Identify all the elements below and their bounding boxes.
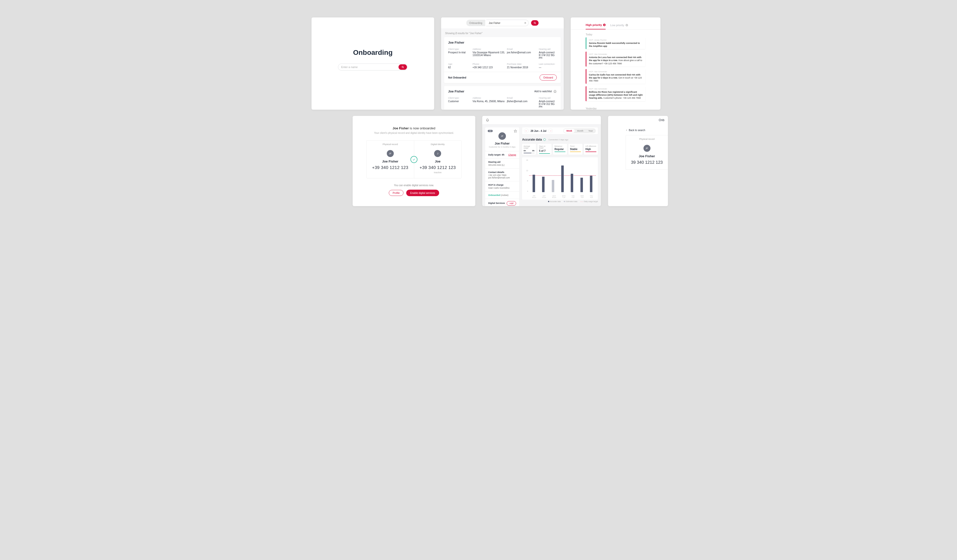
- date-range-bar: ← 28 Jun - 4 Jul → Week Month Year: [522, 127, 598, 134]
- svg-line-1: [403, 67, 403, 68]
- svg-point-0: [402, 66, 403, 68]
- back-link[interactable]: Back to search: [608, 125, 668, 132]
- customer-sidebar: HD JF Joe Fisher Customer for 2 months 6…: [485, 127, 519, 206]
- avatar: JF: [643, 145, 651, 152]
- svg-marker-5: [514, 129, 517, 133]
- change-target-link[interactable]: Change: [508, 153, 516, 156]
- avatar: J: [434, 150, 441, 157]
- hd-chip: HD: [488, 130, 493, 132]
- svg-point-2: [534, 22, 535, 24]
- tab-high-priority[interactable]: High priority5: [586, 24, 606, 29]
- page-title-partial: Onb: [608, 116, 668, 125]
- usage-chart: 161284 FRI28 junSAT29 junSUN30 junMON1 j…: [522, 157, 598, 200]
- contact-row: Contact details +39 123 456 7890 joe.fis…: [485, 169, 519, 181]
- star-icon[interactable]: [514, 129, 517, 134]
- seg-year[interactable]: Year: [586, 129, 595, 133]
- star-icon[interactable]: [553, 90, 557, 93]
- notifications-panel: High priority5 Low priority2 Today HCP: …: [571, 17, 660, 110]
- daily-target-row: Daily target: 8h Change: [485, 151, 519, 158]
- result-card: Joe Fisher Client type:Prospect In-trial…: [444, 37, 561, 83]
- search-input[interactable]: Enter a name: [338, 63, 408, 71]
- search-button[interactable]: [398, 64, 407, 70]
- tab-low-priority[interactable]: Low priority2: [610, 24, 628, 29]
- enable-services-button[interactable]: Enable digital services: [406, 190, 439, 196]
- clear-icon[interactable]: ✕: [524, 21, 526, 25]
- search-input[interactable]: Joe Fisher ✕: [486, 20, 529, 26]
- back-to-search-panel: Onb Back to search Physical record JF Jo…: [608, 116, 668, 206]
- digital-identity-col: Digital identity J Joe +39 340 1212 123 …: [414, 140, 461, 178]
- digital-services-row: Digital Services Add: [485, 199, 519, 206]
- add-service-button[interactable]: Add: [507, 201, 516, 206]
- hcp-row: HCP in chargeGian Carlo Gozzelino: [485, 181, 519, 191]
- prev-arrow-icon[interactable]: ←: [524, 129, 529, 133]
- accuracy-header: Accurate data Connected 2 days ago: [522, 138, 598, 141]
- kpi-average-usage: Average usage 6h8h: [522, 144, 536, 155]
- onboarded-confirm-panel: Joe Fisher is now onboarded Your client'…: [353, 116, 475, 206]
- notification[interactable]: HCP: Jonas FischerSerena Rossini Naldi s…: [586, 37, 646, 49]
- notification[interactable]: HCP: Van SchneiderBellissa De Rizzo has …: [586, 86, 646, 101]
- seg-week[interactable]: Week: [564, 129, 575, 133]
- search-results-panel: Onboarding Joe Fisher ✕ Showing 2 result…: [441, 17, 564, 110]
- add-watchlist-link[interactable]: Add to watchlist: [534, 90, 552, 93]
- hearing-aid-row: Hearing aidXE1234-mini (L): [485, 158, 519, 169]
- physical-record-col: Physical record JF Joe Fisher 39 340 121…: [625, 135, 668, 170]
- onboard-status: Not Onboarded: [448, 76, 466, 79]
- notification[interactable]: HCP: Van SchneiderAntonia De Luca has no…: [586, 52, 646, 66]
- seg-month[interactable]: Month: [575, 129, 586, 133]
- confirm-title: Joe Fisher is now onboarded: [353, 126, 475, 130]
- kpi-days-on-target: Days on target5 of 7: [538, 144, 551, 155]
- status-row: Onboarded (Active): [485, 191, 519, 199]
- chart-legend: Accurate data Estimated data - - -Daily …: [522, 200, 598, 202]
- kpi-behaviour: BehaviourRegular: [553, 144, 567, 155]
- topbar: Onboarding Joe Fisher ✕: [441, 17, 564, 28]
- period-segmented[interactable]: Week Month Year: [563, 128, 596, 133]
- notification[interactable]: HCP: Van SchneiderCarina De Gallo has no…: [586, 69, 646, 84]
- kpi-trend: TrendStable: [569, 144, 583, 155]
- page-title: Onboarding: [311, 49, 434, 57]
- result-card: Joe Fisher Add to watchlist Client type:…: [444, 86, 561, 110]
- bell-icon[interactable]: [486, 118, 489, 122]
- sync-icon: [543, 138, 546, 141]
- avatar: JF: [498, 133, 506, 140]
- scope-chip[interactable]: Onboarding: [466, 20, 485, 26]
- physical-record-col: Physical record JF Joe Fisher +39 340 12…: [366, 140, 414, 178]
- next-arrow-icon[interactable]: →: [548, 129, 553, 133]
- onboarding-panel: Onboarding Enter a name: [311, 17, 434, 110]
- profile-button[interactable]: Profile: [389, 190, 403, 196]
- svg-marker-4: [554, 90, 556, 93]
- results-meta: Showing 2 results for "Joe Fisher": [441, 28, 564, 37]
- customer-dashboard-panel: HD JF Joe Fisher Customer for 2 months 6…: [482, 116, 601, 206]
- onboard-button[interactable]: Onboard: [540, 74, 557, 80]
- avatar: JF: [387, 150, 394, 157]
- result-name: Joe Fisher: [448, 41, 557, 44]
- check-icon: [411, 156, 417, 163]
- kpi-lr-difference: L/R differenceHigh: [584, 144, 598, 155]
- search-button[interactable]: [531, 20, 539, 26]
- svg-line-3: [535, 23, 536, 24]
- result-name: Joe Fisher Add to watchlist: [448, 90, 557, 93]
- search-placeholder: Enter a name: [341, 66, 358, 69]
